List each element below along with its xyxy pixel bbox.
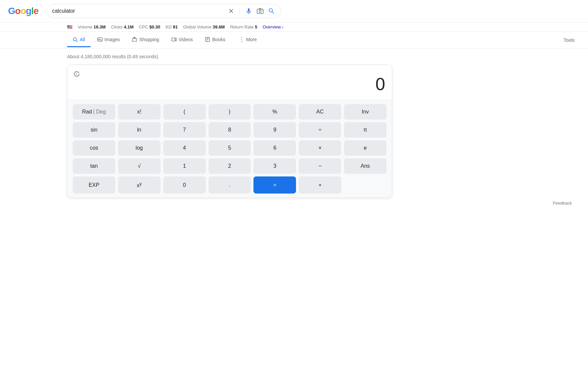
- global-volume-stat: Global Volume 39.6M: [183, 24, 225, 29]
- overview-link[interactable]: Overview ›: [262, 24, 283, 29]
- logo-letter-l: l: [31, 6, 34, 16]
- open-paren-button[interactable]: (: [163, 104, 206, 120]
- inv-button[interactable]: Inv: [344, 104, 387, 120]
- flag-icon: 🇺🇸: [67, 24, 72, 29]
- deg-label: Deg: [96, 109, 106, 115]
- svg-point-1: [259, 10, 261, 12]
- logo-letter-e: e: [34, 6, 39, 16]
- svg-line-5: [76, 41, 77, 42]
- tab-more[interactable]: ⋮ More: [233, 32, 262, 48]
- all-tab-icon: [72, 37, 78, 42]
- equals-button[interactable]: =: [253, 176, 296, 193]
- sqrt-button[interactable]: √: [118, 158, 161, 174]
- tab-images[interactable]: Images: [92, 33, 125, 47]
- return-rate-stat: Return Rate 5: [230, 24, 257, 29]
- calc-value: 0: [74, 70, 385, 94]
- e-button[interactable]: e: [344, 140, 387, 156]
- mic-icon: [245, 7, 252, 15]
- 8-button[interactable]: 8: [209, 122, 251, 138]
- search-icon-group: ✕: [228, 7, 275, 15]
- 6-button[interactable]: 6: [253, 140, 296, 156]
- rad-label: Rad: [82, 109, 92, 115]
- logo-letter-g: G: [8, 6, 15, 16]
- 3-button[interactable]: 3: [253, 158, 296, 174]
- nav-tabs: All Images Shopping Videos Books ⋮ M: [0, 32, 588, 49]
- stats-bar: 🇺🇸 Volume 16.3M Clicks 4.1M CPC $0.30 KD…: [0, 22, 588, 32]
- logo-letter-g2: g: [26, 6, 31, 16]
- 2-button[interactable]: 2: [209, 158, 251, 174]
- 0-button[interactable]: 0: [163, 176, 206, 193]
- rad-deg-button[interactable]: Rad | Deg: [73, 104, 115, 120]
- results-count: About 4,180,000,000 results (0.49 second…: [67, 54, 580, 59]
- volume-stat: Volume 16.3M: [78, 24, 106, 29]
- tab-videos[interactable]: Videos: [166, 33, 198, 47]
- svg-rect-10: [205, 38, 210, 42]
- 4-button[interactable]: 4: [163, 140, 206, 156]
- 1-button[interactable]: 1: [163, 158, 206, 174]
- camera-icon: [256, 7, 264, 15]
- exp-button[interactable]: EXP: [73, 176, 115, 193]
- subtract-button[interactable]: −: [299, 158, 341, 174]
- rad-deg-divider: |: [93, 109, 95, 115]
- books-tab-icon: [205, 37, 210, 42]
- results-area: About 4,180,000,000 results (0.49 second…: [0, 49, 588, 211]
- kd-stat: KD 91: [166, 24, 178, 29]
- factorial-button[interactable]: x!: [118, 104, 161, 120]
- svg-rect-8: [172, 38, 175, 41]
- 5-button[interactable]: 5: [209, 140, 251, 156]
- logo-letter-o1: o: [15, 6, 20, 16]
- tab-shopping[interactable]: Shopping: [126, 33, 164, 47]
- add-button[interactable]: +: [299, 176, 341, 193]
- 7-button[interactable]: 7: [163, 122, 206, 138]
- percent-button[interactable]: %: [253, 104, 296, 120]
- calc-display: 0: [67, 65, 392, 100]
- multiply-button[interactable]: ×: [299, 140, 341, 156]
- more-dots-icon: ⋮: [239, 36, 244, 43]
- header: Google calculator ✕: [0, 0, 588, 22]
- search-bar[interactable]: calculator ✕: [46, 4, 281, 18]
- google-logo[interactable]: Google: [8, 6, 38, 16]
- divider: [239, 7, 240, 15]
- ac-button[interactable]: AC: [299, 104, 341, 120]
- power-button[interactable]: xy: [118, 176, 161, 193]
- tan-button[interactable]: tan: [73, 158, 115, 174]
- cpc-stat: CPC $0.30: [139, 24, 160, 29]
- ans-button[interactable]: Ans: [344, 158, 387, 174]
- history-icon[interactable]: [73, 70, 80, 79]
- sin-button[interactable]: sin: [73, 122, 115, 138]
- decimal-button[interactable]: .: [209, 176, 251, 193]
- close-paren-button[interactable]: ): [209, 104, 251, 120]
- svg-rect-2: [259, 8, 261, 9]
- ln-button[interactable]: ln: [118, 122, 161, 138]
- images-tab-icon: [97, 37, 103, 42]
- feedback-link[interactable]: Feedback: [553, 201, 572, 206]
- cos-button[interactable]: cos: [73, 140, 115, 156]
- videos-tab-icon: [171, 37, 177, 42]
- tab-all[interactable]: All: [67, 33, 91, 47]
- clicks-stat: Clicks 4.1M: [111, 24, 133, 29]
- divide-button[interactable]: ÷: [299, 122, 341, 138]
- clear-icon[interactable]: ✕: [228, 7, 234, 15]
- calc-buttons: Rad | Deg x! ( ) % AC Inv sin ln 7 8 9 ÷…: [67, 100, 392, 197]
- logo-letter-o2: o: [20, 6, 26, 16]
- shopping-tab-icon: [132, 37, 137, 42]
- search-submit-icon: [268, 7, 275, 15]
- camera-button[interactable]: [256, 7, 264, 15]
- pi-button[interactable]: π: [344, 122, 387, 138]
- log-button[interactable]: log: [118, 140, 161, 156]
- calculator-widget: 0 Rad | Deg x! ( ) % AC Inv sin ln 7 8 9…: [67, 65, 392, 198]
- mic-button[interactable]: [245, 7, 252, 15]
- search-submit-button[interactable]: [268, 7, 275, 15]
- svg-point-3: [262, 10, 263, 10]
- 9-button[interactable]: 9: [253, 122, 296, 138]
- feedback-row: Feedback: [67, 198, 580, 206]
- tab-books[interactable]: Books: [199, 33, 231, 47]
- tools-button[interactable]: Tools: [558, 33, 580, 47]
- search-input[interactable]: calculator: [52, 8, 226, 14]
